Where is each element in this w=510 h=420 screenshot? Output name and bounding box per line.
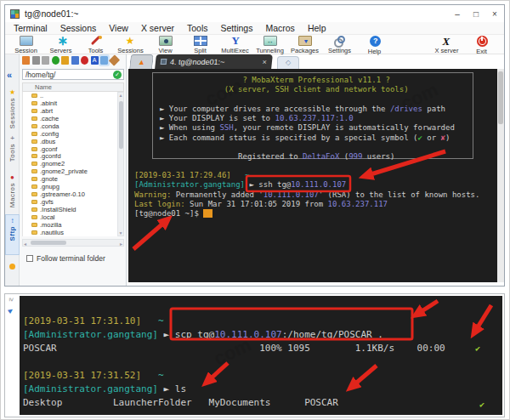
file-row[interactable]: .gnome2	[23, 160, 117, 167]
terminal-tab-active[interactable]: 4. tg@node01:~ ×	[155, 54, 273, 69]
sidebar-tab-label: Sessions	[8, 98, 16, 128]
hscroll-thumb[interactable]	[31, 241, 66, 245]
file-list-hscrollbar[interactable]: ◂ ▸	[22, 239, 124, 247]
remote-path-input[interactable]	[22, 69, 124, 80]
file-row[interactable]: .nautilus	[23, 229, 117, 236]
menu-item[interactable]: Sessions	[60, 23, 97, 33]
file-list-vscrollbar[interactable]: ▲ ▼	[117, 92, 124, 236]
toolbar-button[interactable]: Settings	[322, 35, 357, 55]
file-row[interactable]: .mozilla	[23, 221, 117, 229]
toolbar-button[interactable]: X server	[429, 35, 464, 55]
scroll-left-icon[interactable]: ◂	[24, 241, 26, 247]
menu-item[interactable]: Macros	[265, 23, 294, 33]
terminal-line: [Administrator.gangtang] ► ssh tg@10.111…	[134, 180, 479, 190]
minimize-button[interactable]: –	[448, 9, 467, 19]
menu-item[interactable]: Settings	[220, 23, 252, 33]
sidebar-tab-sessions[interactable]: ★ Sessions	[5, 87, 20, 128]
sftp-tool-icon-folderup[interactable]	[22, 56, 30, 65]
text-segment: 999	[348, 152, 362, 161]
file-row[interactable]: .conda	[23, 122, 117, 130]
toolbar-button[interactable]: Tunneling	[252, 35, 287, 55]
sftp-tool-icon-rename[interactable]: A	[91, 56, 99, 65]
up-arrow-icon: ▲	[137, 58, 145, 66]
text-segment: 10.111.0.107	[291, 180, 346, 189]
sftp-tool-icon-newfile[interactable]	[71, 56, 79, 65]
sftp-tool-icon-newfolder[interactable]	[61, 56, 69, 65]
sidebar-tab-tools[interactable]: + Tools	[5, 133, 20, 167]
file-row[interactable]: .InstallShield	[23, 206, 117, 213]
file-row[interactable]: .dbus	[23, 138, 117, 145]
file-row[interactable]: .gnome2_private	[23, 167, 117, 175]
terminal-scroll-thumb[interactable]	[498, 71, 503, 124]
toolbar-button[interactable]: Servers	[43, 35, 78, 55]
terminal-line: ► When using SSH, your remote DISPLAY is…	[160, 123, 473, 133]
file-list-header[interactable]: Name	[22, 82, 124, 92]
collapse-sidebar-icon[interactable]: «	[7, 70, 12, 80]
sftp-tool-icon-refresh[interactable]	[52, 56, 60, 65]
toolbar-label: Split	[194, 47, 207, 54]
terminal-tab-label: 4. tg@node01:~	[169, 58, 224, 66]
menu-item[interactable]: View	[109, 23, 128, 33]
file-row[interactable]: .local	[23, 213, 117, 221]
file-row[interactable]: .abinit	[23, 99, 117, 107]
terminal-area[interactable]: ? MobaXterm Professional v11.1 ? (X serv…	[128, 69, 497, 282]
file-row[interactable]: .gconfd	[23, 153, 117, 161]
menu-bar: TerminalSessionsViewX serverToolsSetting…	[5, 22, 504, 35]
new-tab-arrow-button[interactable]: ▲	[129, 54, 154, 69]
menu-item[interactable]: Tools	[187, 23, 208, 33]
file-row[interactable]: .gnupg	[23, 183, 117, 190]
vscroll-thumb[interactable]	[119, 101, 123, 149]
terminal-line: Desktop LauncherFolder MyDocuments POSCA…	[23, 396, 445, 410]
file-row[interactable]: .abrt	[23, 107, 117, 115]
file-name: .cache	[40, 115, 59, 122]
menu-item[interactable]: X server	[141, 23, 174, 33]
follow-terminal-folder[interactable]: Follow terminal folder	[26, 254, 105, 263]
file-row[interactable]: ..	[23, 92, 117, 99]
sidebar-tab-macros[interactable]: ● Macros	[5, 172, 20, 211]
terminal-area-2[interactable]: [2019-03-31 17:31.10] ~[Administrator.ga…	[20, 296, 502, 415]
scroll-down-icon[interactable]: ▼	[118, 230, 123, 236]
text-segment: Desktop LauncherFolder MyDocuments POSCA…	[23, 397, 338, 408]
sftp-tool-icon-server[interactable]	[100, 56, 108, 65]
sidebar-tab-sftp[interactable]: ↕ Sftp	[5, 214, 20, 255]
file-row[interactable]: .gstreamer-0.10	[23, 190, 117, 198]
file-row[interactable]: .gconf	[23, 145, 117, 153]
file-row[interactable]: .config	[23, 130, 117, 138]
terminal-scrollbar[interactable]	[497, 69, 504, 282]
sftp-tool-icon-stop[interactable]	[81, 56, 88, 65]
menu-item[interactable]: Help	[308, 23, 326, 33]
file-row[interactable]: .gnote	[23, 175, 117, 183]
file-row[interactable]: .gvfs	[23, 198, 117, 206]
scroll-up-icon[interactable]: ▲	[118, 93, 123, 98]
scroll-right-icon[interactable]: ▸	[120, 241, 122, 247]
toolbar-button[interactable]: MultiExec	[218, 35, 252, 55]
toolbar-button[interactable]: View	[148, 35, 183, 55]
menu-item[interactable]: Terminal	[14, 23, 48, 33]
path-ok-icon: ✓	[113, 71, 122, 79]
terminal-line: Registered to DeltaFoX (999 users)	[160, 152, 473, 162]
file-row[interactable]: .cache	[23, 115, 117, 122]
sftp-tool-icon-download[interactable]	[32, 56, 40, 65]
terminal-line: Last login: Sun Mar 31 17:01:05 2019 fro…	[134, 200, 479, 209]
new-tab-button[interactable]: ◇	[277, 56, 299, 69]
text-segment: ' (RSA) to the list of known hosts.	[319, 190, 480, 199]
maximize-button[interactable]: □	[467, 9, 485, 19]
checkbox-unchecked[interactable]	[26, 255, 33, 262]
tab-close-icon[interactable]: ×	[262, 58, 267, 66]
toolbar-icon	[159, 36, 173, 46]
toolbar-button[interactable]: Exit	[464, 35, 499, 55]
tools-icon: +	[10, 134, 14, 142]
text-segment: )	[445, 133, 450, 142]
sftp-panel: A ✓ Name .. .abinit .abrt	[20, 54, 127, 286]
folder-icon	[31, 200, 37, 204]
close-button[interactable]: ×	[485, 9, 504, 19]
text-segment: 10.111.0.107	[214, 329, 281, 340]
toolbar-button[interactable]: Help	[357, 35, 392, 55]
toolbar-button[interactable]: Packages	[287, 35, 322, 55]
sftp-tool-icon-edit[interactable]	[108, 54, 119, 65]
toolbar-button[interactable]: Split	[183, 35, 218, 55]
sftp-tool-icon-upload[interactable]	[42, 56, 49, 65]
toolbar-button[interactable]: Tools	[78, 35, 113, 55]
toolbar-button[interactable]: Session	[8, 35, 43, 55]
toolbar-button[interactable]: Sessions	[113, 35, 148, 55]
